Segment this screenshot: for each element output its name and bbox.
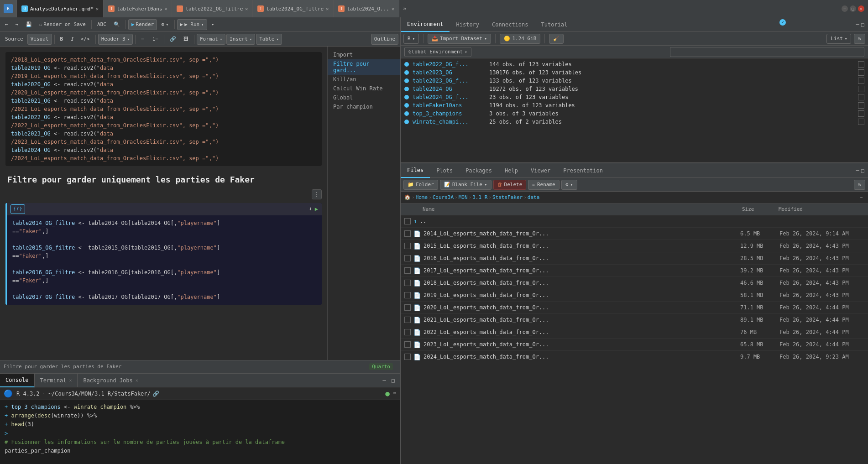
tab-table2022[interactable]: T table2022_OG_filtre ✕ bbox=[172, 0, 253, 17]
var-checkbox-5[interactable] bbox=[858, 94, 864, 100]
file-settings-btn[interactable]: ⚙ ▾ bbox=[561, 180, 577, 190]
abc-button[interactable]: ABC bbox=[94, 19, 110, 30]
file-extra-2024[interactable] bbox=[855, 352, 864, 361]
table-dropdown[interactable]: Table bbox=[256, 34, 282, 45]
file-check-2015[interactable] bbox=[404, 243, 411, 249]
file-check-2014[interactable] bbox=[404, 230, 411, 237]
bc-home[interactable]: Home bbox=[416, 194, 428, 200]
refresh-files-btn[interactable]: ↻ bbox=[854, 180, 865, 190]
bc-31r[interactable]: 3.1 R bbox=[472, 194, 487, 200]
file-name-2015[interactable]: 2015_LoL_esports_match_data_from_Or... bbox=[424, 243, 737, 249]
code-button[interactable]: </> bbox=[78, 34, 93, 45]
var-name-3[interactable]: table2023_OG_f... bbox=[413, 78, 486, 84]
tab-close-table2022[interactable]: ✕ bbox=[245, 6, 248, 11]
var-name-8[interactable]: winrate_champi... bbox=[413, 119, 486, 125]
editor-area[interactable]: /2018_LoL_esports_match_data_from_Oracle… bbox=[0, 47, 327, 360]
file-extra-2015[interactable] bbox=[855, 241, 864, 250]
bc-data[interactable]: data bbox=[528, 194, 540, 200]
tab-overflow[interactable]: » bbox=[399, 5, 410, 12]
file-check-2022[interactable] bbox=[404, 329, 411, 335]
link-button[interactable]: 🔗 bbox=[167, 34, 179, 45]
chunk-run-prev-btn[interactable]: ⬇ bbox=[309, 205, 312, 213]
file-name-2022[interactable]: 2022_LoL_esports_match_data_from_Or... bbox=[424, 329, 737, 335]
file-check-2019[interactable] bbox=[404, 292, 411, 298]
file-extra-2023[interactable] bbox=[855, 340, 864, 349]
viewer-tab[interactable]: Viewer bbox=[524, 163, 557, 178]
file-extra-2021[interactable] bbox=[855, 315, 864, 324]
visual-button[interactable]: Visual bbox=[27, 34, 52, 45]
file-extra-2016[interactable] bbox=[855, 254, 864, 263]
connections-tab[interactable]: Connections bbox=[486, 17, 534, 32]
outline-item-calcul[interactable]: Calcul Win Rate bbox=[328, 84, 400, 93]
var-checkbox-7[interactable] bbox=[858, 110, 864, 117]
tab-analysedatafaker[interactable]: Q AnalyseDataFaker.qmd* ✕ bbox=[17, 0, 104, 17]
file-check-parent[interactable] bbox=[404, 218, 411, 224]
file-name-2016[interactable]: 2016_LoL_esports_match_data_from_Or... bbox=[424, 255, 737, 261]
file-extra-2018[interactable] bbox=[855, 278, 864, 287]
forward-button[interactable]: → bbox=[12, 19, 22, 30]
file-extra-2020[interactable] bbox=[855, 303, 864, 312]
chunk-options-btn[interactable]: ⋮ bbox=[312, 189, 322, 199]
image-button[interactable]: 🖼 bbox=[180, 34, 192, 45]
italic-button[interactable]: I bbox=[67, 34, 77, 45]
bottom-maximize-btn[interactable]: □ bbox=[390, 376, 397, 385]
bc-cours3a[interactable]: Cours3A bbox=[433, 194, 454, 200]
var-name-6[interactable]: tableFaker10ans bbox=[413, 102, 486, 109]
list-dropdown[interactable]: List bbox=[826, 34, 851, 44]
env-search-input[interactable] bbox=[670, 47, 864, 57]
file-name-parent[interactable]: .. bbox=[420, 218, 737, 224]
file-name-2017[interactable]: 2017_LoL_esports_match_data_from_Or... bbox=[424, 267, 737, 274]
environment-tab[interactable]: Environment bbox=[401, 17, 450, 32]
r-select[interactable]: R bbox=[403, 34, 419, 44]
search-button[interactable]: 🔍 bbox=[110, 19, 123, 30]
broom-btn[interactable]: 🧹 bbox=[549, 34, 564, 44]
file-name-2021[interactable]: 2021_LoL_esports_match_data_from_Or... bbox=[424, 317, 737, 323]
chunk-run-btn[interactable]: ▶ bbox=[315, 205, 318, 213]
outline-item-filtre[interactable]: Filtre pour gard... bbox=[328, 59, 400, 75]
file-extra-2022[interactable] bbox=[855, 328, 864, 337]
run-button[interactable]: ▶ ▶ Run ▾ bbox=[177, 19, 207, 30]
render-button[interactable]: ▶ Render bbox=[128, 19, 157, 30]
maximize-btn[interactable]: □ bbox=[850, 5, 856, 12]
file-check-2020[interactable] bbox=[404, 304, 411, 311]
var-checkbox-4[interactable] bbox=[858, 86, 864, 92]
var-checkbox-3[interactable] bbox=[858, 78, 864, 84]
background-jobs-close[interactable]: ✕ bbox=[136, 378, 138, 383]
help-tab[interactable]: Help bbox=[498, 163, 524, 178]
files-tab[interactable]: Files bbox=[401, 163, 430, 178]
var-checkbox-8[interactable] bbox=[858, 119, 864, 125]
file-check-2024[interactable] bbox=[404, 354, 411, 360]
header-dropdown[interactable]: Header 3 bbox=[98, 34, 133, 45]
tab-close-analysedatafaker[interactable]: ✕ bbox=[96, 6, 99, 11]
env-maximize-btn[interactable]: □ bbox=[861, 21, 864, 28]
tab-table2024filtre[interactable]: T table2024_OG_filtre ✕ bbox=[253, 0, 334, 17]
file-check-2017[interactable] bbox=[404, 267, 411, 274]
close-btn-win[interactable]: ✕ bbox=[858, 5, 864, 12]
tab-close-table2024filtre[interactable]: ✕ bbox=[326, 6, 329, 11]
file-extra-parent[interactable] bbox=[855, 217, 864, 226]
var-checkbox-2[interactable] bbox=[858, 69, 864, 76]
file-name-2019[interactable]: 2019_LoL_esports_match_data_from_Or... bbox=[424, 292, 737, 298]
run-more-button[interactable]: ▾ bbox=[208, 19, 218, 30]
files-minimize-btn[interactable]: ─ bbox=[856, 167, 859, 174]
outline-item-killan[interactable]: Kill/an bbox=[328, 75, 400, 84]
file-extra-2017[interactable] bbox=[855, 266, 864, 275]
console-clear-btn[interactable]: ✏ bbox=[393, 389, 397, 398]
outline-item-global[interactable]: Global bbox=[328, 93, 400, 102]
var-name-5[interactable]: table2024_OG_f... bbox=[413, 94, 486, 100]
unordered-list-button[interactable]: ≡ bbox=[138, 34, 147, 45]
files-maximize-btn[interactable]: □ bbox=[861, 167, 864, 174]
bc-mon[interactable]: MON bbox=[459, 194, 468, 200]
save-button[interactable]: 💾 bbox=[22, 19, 35, 30]
new-folder-btn[interactable]: 📁 Folder bbox=[403, 180, 438, 190]
source-button[interactable]: Source bbox=[2, 34, 26, 45]
outline-item-parchampion[interactable]: Par champion bbox=[328, 102, 400, 111]
tab-table2024o[interactable]: T table2024_O... ✕ bbox=[334, 0, 399, 17]
var-checkbox-6[interactable] bbox=[858, 102, 864, 109]
file-check-2018[interactable] bbox=[404, 280, 411, 286]
outline-item-import[interactable]: Import bbox=[328, 50, 400, 59]
background-jobs-tab[interactable]: Background Jobs ✕ bbox=[78, 374, 144, 387]
var-name-2[interactable]: table2023_OG bbox=[413, 69, 486, 76]
file-extra-2019[interactable] bbox=[855, 291, 864, 300]
file-extra-2014[interactable] bbox=[855, 229, 864, 238]
